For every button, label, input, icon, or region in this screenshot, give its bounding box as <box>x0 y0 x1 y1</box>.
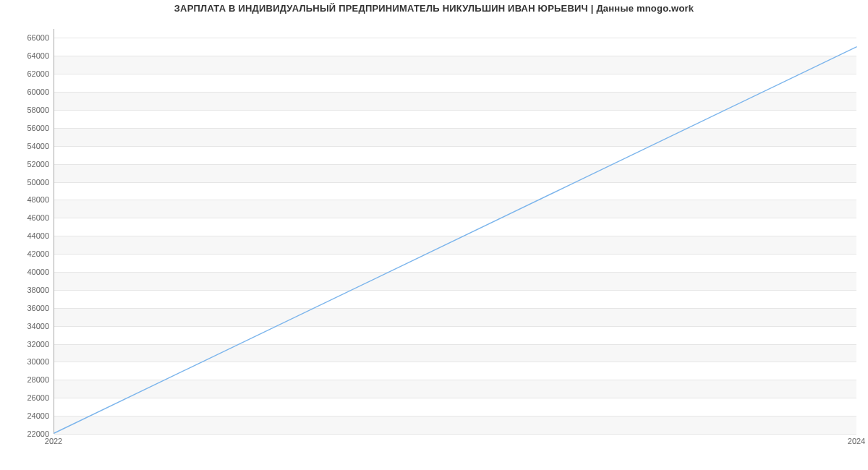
y-tick-label: 30000 <box>6 357 49 366</box>
y-tick-label: 60000 <box>6 87 49 96</box>
x-tick-label: 2024 <box>848 437 865 445</box>
gridline <box>54 434 856 435</box>
x-tick-label: 2022 <box>45 437 62 445</box>
y-tick-label: 40000 <box>6 268 49 276</box>
y-tick-label: 50000 <box>6 178 49 187</box>
y-tick-label: 52000 <box>6 160 49 168</box>
y-tick-label: 26000 <box>6 393 49 402</box>
y-tick-label: 46000 <box>6 213 49 222</box>
y-tick-label: 64000 <box>6 51 49 60</box>
y-tick-label: 56000 <box>6 124 49 132</box>
y-tick-label: 34000 <box>6 322 49 330</box>
y-tick-label: 58000 <box>6 106 49 114</box>
y-tick-label: 38000 <box>6 286 49 294</box>
series-layer <box>54 29 856 433</box>
y-tick-label: 32000 <box>6 340 49 349</box>
y-tick-label: 44000 <box>6 231 49 240</box>
y-tick-label: 24000 <box>6 411 49 420</box>
series-line <box>54 47 856 433</box>
y-tick-label: 66000 <box>6 33 49 42</box>
y-tick-label: 22000 <box>6 430 49 438</box>
plot-area <box>54 29 856 434</box>
y-tick-label: 28000 <box>6 375 49 384</box>
y-tick-label: 54000 <box>6 142 49 150</box>
line-chart: ЗАРПЛАТА В ИНДИВИДУАЛЬНЫЙ ПРЕДПРИНИМАТЕЛ… <box>0 0 868 470</box>
y-tick-label: 62000 <box>6 69 49 78</box>
chart-title: ЗАРПЛАТА В ИНДИВИДУАЛЬНЫЙ ПРЕДПРИНИМАТЕЛ… <box>0 3 868 14</box>
y-tick-label: 48000 <box>6 195 49 204</box>
y-tick-label: 42000 <box>6 249 49 258</box>
y-tick-label: 36000 <box>6 304 49 312</box>
